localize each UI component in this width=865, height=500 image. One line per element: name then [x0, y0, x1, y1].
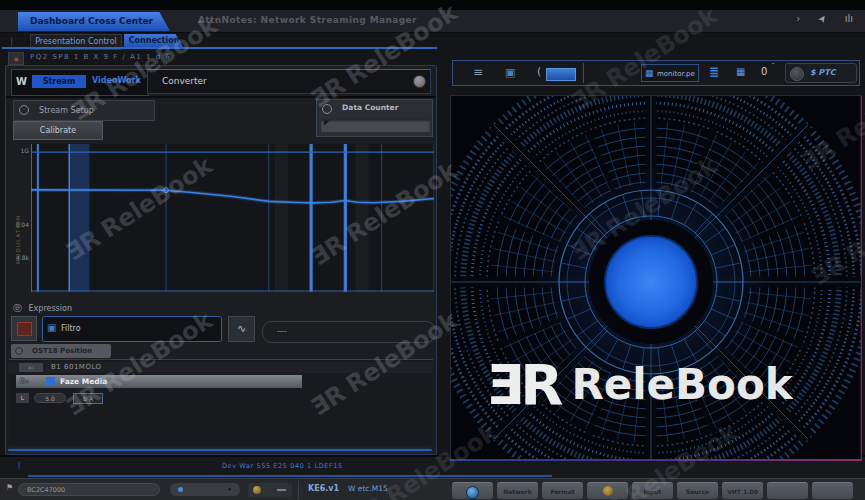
bottom-divider: [298, 481, 299, 499]
grid-icon[interactable]: ▦: [736, 66, 745, 77]
table-header-row: ⊨ B1 601MOLO: [9, 362, 433, 373]
status-led: [413, 75, 426, 88]
counter-input[interactable]: ◤: [321, 119, 430, 132]
media-table: ⊨ B1 601MOLO Ⓑ₂ Faze Media L 5.0 B·A: [9, 359, 433, 450]
divider: [6, 96, 436, 98]
pin-icon[interactable]: ➤: [816, 12, 830, 25]
y-tick: 1G: [21, 147, 29, 154]
paren-glyph: (: [537, 65, 541, 78]
blue-dot-icon: [178, 487, 183, 492]
filter-value: Filtro: [61, 324, 81, 333]
source-button[interactable]: Source: [677, 482, 718, 499]
network-button[interactable]: Network: [497, 482, 538, 499]
expand-icon[interactable]: ›: [796, 13, 800, 24]
window-title: AttnNotes: Network Streaming Manager: [198, 15, 417, 25]
waveform-button[interactable]: ∿: [228, 316, 255, 342]
filter-input[interactable]: ▣ Filtro: [42, 316, 222, 342]
blank-button-1[interactable]: [767, 482, 808, 499]
signal-bars-icon[interactable]: ılı: [845, 13, 853, 24]
mini-button-ba[interactable]: B·A: [73, 393, 103, 404]
viewport-bottom-accent: [450, 459, 862, 461]
grip-icon: ❘: [8, 36, 16, 46]
viewer-toolbar: ≡ ▣ ( ▦ monitor.pe ≣ ▦ 0 ˉ $ PTC: [452, 60, 860, 86]
blank-button-2[interactable]: [812, 482, 853, 499]
toolbar-strip-text: PQ2 SP8 1 B X 9 F / A1 1 d 6: [30, 53, 171, 61]
palette-button[interactable]: [11, 316, 37, 341]
expression-icon: ⓔ: [13, 303, 22, 313]
knob-icon[interactable]: [790, 67, 804, 81]
kew-label: KE6.v1: [308, 484, 339, 493]
stream-setup-section[interactable]: Stream Setup: [13, 100, 155, 121]
y-axis-label: MODULATION: [15, 174, 21, 264]
data-counter-box: Data Counter ◤: [316, 99, 433, 137]
vht-button[interactable]: VHT 1.00: [722, 482, 763, 499]
stream-setup-label: Stream Setup: [39, 106, 94, 115]
ring-icon: [19, 105, 29, 115]
calibrate-button[interactable]: Calibrate: [13, 121, 103, 140]
tab-underline: [2, 47, 437, 49]
gold-dot-icon: [253, 486, 261, 494]
window-title-tab-label: Dashboard Cross Center: [30, 16, 153, 26]
counter-ring-icon: [322, 104, 332, 114]
menu-icon[interactable]: ≡: [473, 65, 483, 79]
filter-icon: ▣: [47, 322, 56, 333]
window-title-tab[interactable]: Dashboard Cross Center –: [18, 12, 170, 31]
record-button[interactable]: [587, 482, 628, 499]
status-tick: |: [18, 461, 20, 469]
device-id-pill[interactable]: BC2C47000: [18, 483, 160, 496]
counter-value: 0: [761, 66, 767, 77]
position-ring-icon: [15, 347, 23, 355]
transport-pill[interactable]: ▸: [170, 483, 240, 496]
titlebar: Dashboard Cross Center – AttnNotes: Netw…: [0, 10, 865, 33]
monitor-icon: ▦: [645, 68, 654, 78]
position-label: OST18 Position: [32, 347, 92, 355]
record-icon: [603, 486, 613, 496]
monitor-label: monitor.pe: [657, 70, 695, 78]
data-counter-label: Data Counter: [342, 103, 398, 112]
flag-icon[interactable]: ⚑: [6, 483, 13, 492]
radar-viewport[interactable]: [450, 95, 862, 461]
device-mini-icon[interactable]: ▣: [505, 66, 515, 79]
stream-chip[interactable]: Stream: [32, 75, 86, 88]
input-button[interactable]: Input: [632, 482, 673, 499]
layers-icon[interactable]: ≣: [709, 65, 719, 79]
row-blue-chip-icon: [46, 377, 55, 386]
left-panel: W Stream VideoWork Converter Stream Setu…: [5, 65, 437, 455]
tab-connection[interactable]: Connection: [124, 34, 184, 48]
row-label: Faze Media: [60, 377, 107, 386]
table-header-icon: ⊨: [19, 363, 43, 372]
record-chip-icon[interactable]: ◉: [8, 52, 24, 65]
device-selector[interactable]: W Stream VideoWork: [11, 69, 149, 96]
device-name: VideoWork: [92, 76, 141, 85]
scan-button[interactable]: [452, 482, 493, 499]
ptc-group: $ PTC: [785, 63, 857, 83]
red-swatch-icon: [17, 322, 32, 336]
position-section-header[interactable]: OST18 Position: [11, 344, 111, 358]
wres-label: W etc.M15: [348, 484, 388, 493]
record-pill[interactable]: [248, 483, 292, 497]
expression-label: Expression: [29, 304, 72, 313]
status-text: Dev War 555 E25 040 1 LDEF15: [222, 462, 343, 470]
format-button[interactable]: Format: [542, 482, 583, 499]
mini-button-l[interactable]: L: [16, 393, 29, 403]
dash-icon: [277, 489, 286, 491]
app-window: Dashboard Cross Center – AttnNotes: Netw…: [0, 0, 865, 500]
counter-macron: ˉ: [771, 63, 775, 72]
panel-bottom-accent: [8, 449, 432, 451]
scan-icon: [466, 486, 479, 499]
row-icon: Ⓑ₂: [19, 376, 29, 386]
mini-button-50[interactable]: 5.0: [34, 393, 66, 403]
ptc-label: $ PTC: [810, 68, 836, 77]
blue-display[interactable]: [546, 68, 576, 81]
table-row-selected[interactable]: Ⓑ₂ Faze Media: [16, 375, 302, 388]
expression-section: ⓔ Expression: [13, 302, 72, 315]
device-icon: W: [16, 76, 27, 87]
monitor-button[interactable]: ▦ monitor.pe: [641, 64, 699, 82]
empty-slot[interactable]: [262, 321, 436, 343]
status-accent-line: [28, 475, 552, 477]
top-black-strip: [0, 0, 865, 10]
toolbar-separator: [583, 63, 584, 83]
bottom-bar: ⚑ BC2C47000 ▸ KE6.v1 W etc.M15 Network F…: [0, 478, 865, 500]
signal-chart[interactable]: [31, 144, 434, 292]
converter-field[interactable]: Converter: [147, 69, 431, 94]
